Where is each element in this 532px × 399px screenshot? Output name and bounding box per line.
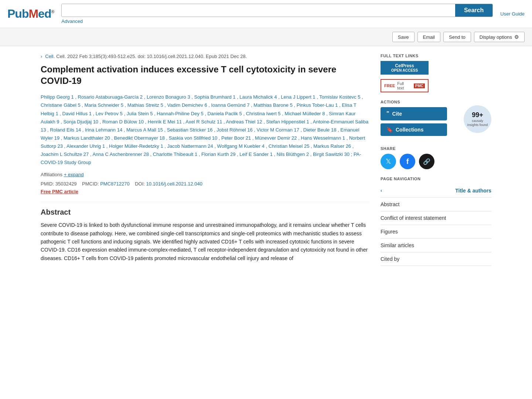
pmid-label: PMID:: [41, 181, 54, 187]
journal-link[interactable]: Cell.: [45, 54, 55, 59]
abstract-title: Abstract: [41, 208, 369, 216]
display-options-button[interactable]: Display options ⚙: [474, 32, 525, 42]
user-guide-link[interactable]: User Guide: [500, 11, 525, 17]
full-text-label: FULL TEXT LINKS: [381, 54, 491, 58]
display-options-label: Display options: [480, 34, 512, 40]
search-input[interactable]: [62, 4, 455, 17]
nav-conflict[interactable]: Conflict of interest statement: [381, 211, 491, 225]
pmid-value: 35032429: [55, 181, 77, 187]
causaly-badge[interactable]: 99+ causalyinsights found: [464, 105, 491, 133]
email-button[interactable]: Email: [417, 32, 441, 42]
full-text-section: FULL TEXT LINKS CelPress OPEN ACCESS FRE…: [381, 54, 491, 92]
twitter-share-button[interactable]: 𝕏: [381, 154, 396, 169]
share-label: SHARE: [381, 146, 491, 151]
citation-arrow: ›: [41, 54, 42, 59]
copy-link-button[interactable]: 🔗: [419, 154, 434, 169]
nav-abstract[interactable]: Abstract: [381, 198, 491, 211]
toolbar: Save Email Send to Display options ⚙: [0, 28, 532, 46]
nav-similar-label: Similar articles: [381, 242, 414, 248]
abstract-text: Severe COVID-19 is linked to both dysfun…: [41, 221, 369, 262]
article-title: Complement activation induces excessive …: [41, 64, 369, 86]
actions-label: ACTIONS: [381, 100, 491, 104]
nav-similar[interactable]: Similar articles: [381, 239, 491, 252]
affiliations-text: Affiliations: [41, 172, 62, 177]
logo-area: PubMed®: [7, 7, 54, 21]
pmc-logo: PMC: [414, 83, 425, 88]
nav-conflict-label: Conflict of interest statement: [381, 215, 446, 221]
main-container: › Cell. Cell. 2022 Feb 3;185(3):493-512.…: [33, 46, 499, 273]
facebook-share-button[interactable]: f: [400, 154, 415, 169]
site-header: PubMed® Search Advanced User Guide: [0, 0, 532, 28]
nav-title-authors[interactable]: ‹ Title & authors: [381, 184, 491, 198]
citation-text: Cell. 2022 Feb 3;185(3):493-512.e25. doi…: [56, 54, 247, 59]
logo-accent: M: [28, 7, 38, 20]
advanced-link[interactable]: Advanced: [61, 18, 83, 24]
article-content: › Cell. Cell. 2022 Feb 3;185(3):493-512.…: [41, 54, 369, 266]
affiliations-expand[interactable]: + expand: [64, 172, 84, 177]
gear-icon: ⚙: [514, 34, 519, 40]
abstract-section: Abstract Severe COVID-19 is linked to bo…: [41, 202, 369, 262]
share-section: SHARE 𝕏 f 🔗: [381, 146, 491, 169]
pmcid-value[interactable]: PMC8712270: [100, 181, 130, 187]
cite-label: Cite: [392, 111, 402, 117]
nav-abstract-label: Abstract: [381, 201, 399, 207]
causaly-label: causalyinsights found: [467, 119, 488, 127]
page-nav-label: PAGE NAVIGATION: [381, 177, 491, 181]
cite-button[interactable]: " Cite: [381, 107, 447, 120]
celpress-badge[interactable]: CelPress OPEN ACCESS: [381, 61, 429, 75]
doi-label: DOI:: [135, 181, 145, 187]
collections-button[interactable]: 🔖 Collections: [381, 123, 447, 136]
logo-text: PubMed®: [7, 7, 54, 21]
doi-value[interactable]: 10.1016/j.cell.2021.12.040: [146, 181, 202, 187]
bookmark-icon: 🔖: [386, 127, 393, 133]
pmc-free-label: FREE: [384, 83, 395, 88]
sidebar: FULL TEXT LINKS CelPress OPEN ACCESS FRE…: [381, 54, 491, 266]
share-icons: 𝕏 f 🔗: [381, 154, 491, 169]
logo[interactable]: PubMed®: [7, 7, 54, 21]
search-links: Advanced: [61, 18, 493, 24]
cite-icon: ": [386, 110, 389, 117]
nav-figures[interactable]: Figures: [381, 225, 491, 239]
search-button[interactable]: Search: [455, 4, 492, 17]
celpress-label: CelPress: [395, 63, 414, 68]
pmc-full-text: Full text: [397, 81, 411, 90]
logo-reg: ®: [51, 9, 54, 14]
free-pmc-link[interactable]: Free PMC article: [41, 189, 369, 194]
actions-section: ACTIONS 99+ causalyinsights found " Cite…: [381, 100, 491, 139]
collections-label: Collections: [396, 127, 423, 133]
nav-arrow-left: ‹: [381, 188, 382, 193]
page-nav-section: PAGE NAVIGATION ‹ Title & authors Abstra…: [381, 177, 491, 266]
nav-figures-label: Figures: [381, 229, 398, 235]
send-to-button[interactable]: Send to: [443, 32, 471, 42]
nav-title-authors-label: Title & authors: [455, 188, 491, 194]
ids-line: PMID: 35032429 PMCID: PMC8712270 DOI: 10…: [41, 181, 369, 187]
celpress-sub: OPEN ACCESS: [384, 68, 425, 72]
citation-line: › Cell. Cell. 2022 Feb 3;185(3):493-512.…: [41, 54, 369, 59]
pmc-badge[interactable]: FREE Full text PMC: [381, 79, 429, 92]
search-bar: Search: [61, 4, 493, 17]
nav-cited-by[interactable]: Cited by: [381, 252, 491, 266]
authors: Philipp Georg 1 , Rosario Astaburuaga-Ga…: [41, 93, 369, 167]
causaly-count: 99+: [472, 111, 483, 119]
save-button[interactable]: Save: [392, 32, 415, 42]
affiliations-line: Affiliations + expand: [41, 172, 369, 177]
pmcid-label: PMCID:: [82, 181, 99, 187]
nav-cited-by-label: Cited by: [381, 256, 399, 262]
search-area: Search Advanced: [61, 4, 493, 24]
